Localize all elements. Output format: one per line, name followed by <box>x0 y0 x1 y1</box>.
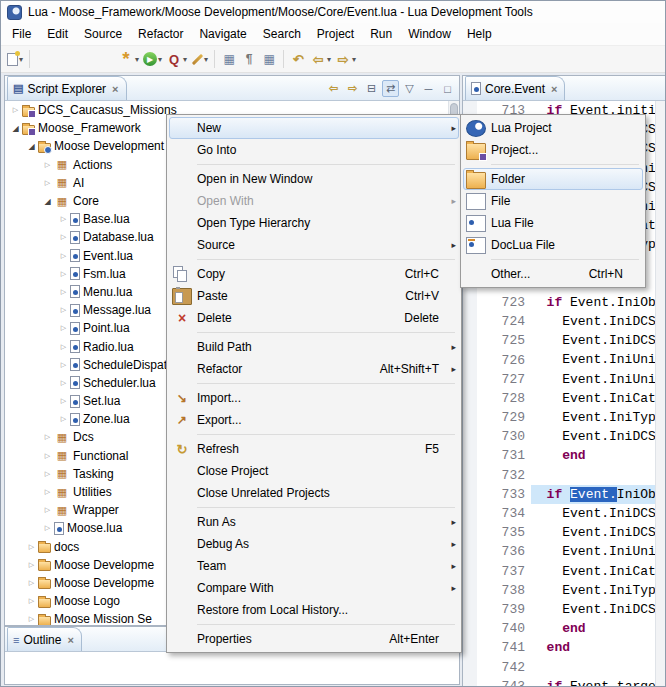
back-icon[interactable]: ⇦ <box>325 80 342 97</box>
menu-item-folder[interactable]: Folder <box>463 168 643 190</box>
expander-icon[interactable]: ▷ <box>41 470 54 478</box>
expander-icon[interactable]: ▷ <box>57 324 70 332</box>
menu-item-doclua-file[interactable]: DocLua File <box>463 234 643 256</box>
code-text[interactable]: Event.IniDCSGroupName = Event.IniDCSUnit… <box>531 427 655 446</box>
run-dropdown[interactable]: ▶▾ <box>141 48 164 70</box>
expander-icon[interactable]: ▷ <box>41 524 54 532</box>
menu-item-refresh[interactable]: ↻RefreshF5 <box>169 438 459 460</box>
table-view-button[interactable]: ▦ <box>219 48 239 70</box>
expander-icon[interactable]: ▷ <box>41 488 54 496</box>
menu-item-lua-file[interactable]: Lua File <box>463 212 643 234</box>
menu-item-lua-project[interactable]: Lua Project <box>463 117 643 139</box>
menu-item-close-project[interactable]: Close Project <box>169 460 459 482</box>
code-text[interactable]: Event.IniTypeName = Event.IniDCSUnit:get… <box>531 408 655 427</box>
expander-icon[interactable]: ◢ <box>25 142 38 151</box>
code-text[interactable]: Event.IniUnitName = Event.IniDCSUnitName <box>531 350 655 369</box>
menu-item-new[interactable]: New▸ <box>169 117 459 139</box>
code-text[interactable]: Event.IniDCSUnitName = Event.IniDCSUnit:… <box>531 331 655 350</box>
menu-item-open-type-hierarchy[interactable]: Open Type Hierarchy <box>169 212 459 234</box>
menu-item-debug-as[interactable]: Debug As▸ <box>169 533 459 555</box>
menu-edit[interactable]: Edit <box>39 24 76 44</box>
external-tools-dropdown[interactable]: ▾ <box>189 48 210 70</box>
menu-search[interactable]: Search <box>255 24 309 44</box>
close-icon[interactable]: × <box>67 634 73 646</box>
code-text[interactable]: end <box>531 638 655 657</box>
expander-icon[interactable]: ▷ <box>41 161 54 169</box>
menu-file[interactable]: File <box>4 24 39 44</box>
code-text[interactable]: Event.IniCategory = Event.IniDCSUnit:get… <box>531 562 655 581</box>
code-text[interactable] <box>531 466 655 485</box>
code-text[interactable]: end <box>531 619 655 638</box>
code-text[interactable]: Event.IniTypeName = Event.IniDCSUnit:get… <box>531 581 655 600</box>
expander-icon[interactable]: ▷ <box>57 343 70 351</box>
expander-icon[interactable]: ◢ <box>9 124 22 133</box>
menu-item-paste[interactable]: PasteCtrl+V <box>169 285 459 307</box>
expander-icon[interactable]: ▷ <box>25 543 38 551</box>
menu-navigate[interactable]: Navigate <box>191 24 254 44</box>
code-text[interactable] <box>531 657 655 676</box>
forward-icon[interactable]: ⇨ <box>344 80 361 97</box>
expander-icon[interactable]: ▷ <box>41 179 54 187</box>
expander-icon[interactable]: ▷ <box>41 452 54 460</box>
menu-item-refactor[interactable]: RefactorAlt+Shift+T▸ <box>169 358 459 380</box>
table-view-2-button[interactable]: ▦ <box>259 48 279 70</box>
menu-item-run-as[interactable]: Run As▸ <box>169 511 459 533</box>
tab-core-event[interactable]: Core.Event × <box>465 76 565 100</box>
code-text[interactable]: Event.IniUnit = STATIC:FindByName( Event… <box>531 370 655 389</box>
menu-refactor[interactable]: Refactor <box>130 24 191 44</box>
menu-item-close-unrelated-projects[interactable]: Close Unrelated Projects <box>169 482 459 504</box>
code-text[interactable]: if Event.IniObjectCategory == Object.Cat… <box>531 485 655 504</box>
menu-item-delete[interactable]: ×DeleteDelete <box>169 307 459 329</box>
expander-icon[interactable]: ▷ <box>25 579 38 587</box>
expander-icon[interactable]: ▷ <box>57 361 70 369</box>
close-icon[interactable]: × <box>551 83 557 95</box>
editor-scrollbar[interactable] <box>655 101 666 687</box>
expander-icon[interactable]: ▷ <box>41 506 54 514</box>
menu-item-open-with[interactable]: Open With▸ <box>169 190 459 212</box>
code-text[interactable]: end <box>531 446 655 465</box>
menu-item-open-in-new-window[interactable]: Open in New Window <box>169 168 459 190</box>
view-menu-icon[interactable]: ▽ <box>401 80 418 97</box>
tab-outline[interactable]: ≡ Outline × <box>7 627 82 651</box>
menu-item-team[interactable]: Team▸ <box>169 555 459 577</box>
link-with-editor-toggle[interactable]: ⇄ <box>382 80 399 97</box>
menu-item-file[interactable]: File <box>463 190 643 212</box>
menu-item-other[interactable]: Other...Ctrl+N <box>463 263 643 285</box>
menu-item-build-path[interactable]: Build Path▸ <box>169 336 459 358</box>
editor-scrollbar-thumb[interactable] <box>656 101 666 229</box>
code-text[interactable]: if Event.IniObjectCategory == Object.Cat… <box>531 293 655 312</box>
menu-item-import[interactable]: ↘Import... <box>169 387 459 409</box>
close-icon[interactable]: × <box>112 83 118 95</box>
tab-script-explorer[interactable]: ▤ Script Explorer × <box>7 76 127 100</box>
menu-item-source[interactable]: Source▸ <box>169 234 459 256</box>
menu-item-copy[interactable]: CopyCtrl+C <box>169 263 459 285</box>
code-text[interactable]: Event.IniDCSGroupName = Event.IniDCSUnit… <box>531 600 655 619</box>
menu-item-compare-with[interactable]: Compare With▸ <box>169 577 459 599</box>
coverage-dropdown[interactable]: Q▾ <box>164 48 189 70</box>
menu-item-project[interactable]: Project... <box>463 139 643 161</box>
expander-icon[interactable]: ▷ <box>57 270 70 278</box>
code-text[interactable]: if Event.target then <box>531 677 655 687</box>
debug-dropdown[interactable]: *▾ <box>116 48 141 70</box>
last-edit-location-button[interactable]: ↶ <box>288 48 308 70</box>
expander-icon[interactable]: ▷ <box>57 397 70 405</box>
expander-icon[interactable]: ▷ <box>57 233 70 241</box>
expander-icon[interactable]: ▷ <box>57 215 70 223</box>
new-dropdown[interactable]: ▾ <box>5 48 25 70</box>
expander-icon[interactable]: ▷ <box>25 615 38 623</box>
maximize-icon[interactable]: □ <box>439 80 456 97</box>
expander-icon[interactable]: ▷ <box>25 561 38 569</box>
collapse-all-icon[interactable]: ⊟ <box>363 80 380 97</box>
menu-run[interactable]: Run <box>362 24 400 44</box>
expander-icon[interactable]: ▷ <box>57 288 70 296</box>
code-text[interactable]: Event.IniDCSUnit = Event.initiator <box>531 504 655 523</box>
back-dropdown[interactable]: ⇦▾ <box>308 48 333 70</box>
code-text[interactable]: Event.IniDCSUnit = Event.initiator <box>531 312 655 331</box>
menu-source[interactable]: Source <box>76 24 130 44</box>
expander-icon[interactable]: ▷ <box>25 597 38 605</box>
code-text[interactable]: Event.IniUnitName = Event.IniDCSUnitName <box>531 542 655 561</box>
expander-icon[interactable]: ▷ <box>41 433 54 441</box>
menu-help[interactable]: Help <box>459 24 500 44</box>
forward-dropdown[interactable]: ⇨▾ <box>333 48 358 70</box>
show-whitespace-button[interactable]: ¶ <box>239 48 259 70</box>
